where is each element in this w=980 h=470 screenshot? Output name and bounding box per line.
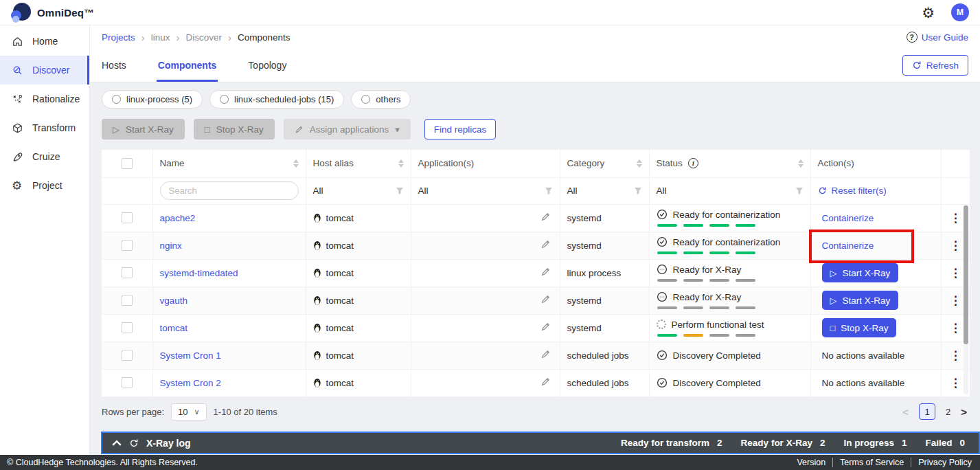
sort-icon[interactable] (293, 159, 299, 168)
edit-applications-icon[interactable] (540, 379, 551, 389)
chip-others[interactable]: others (351, 90, 411, 109)
status-progress (657, 279, 804, 282)
name-search-input[interactable] (160, 181, 299, 200)
prev-page-button[interactable]: < (902, 406, 909, 418)
breadcrumb-linux[interactable]: linux (151, 32, 170, 43)
sidebar-item-discover[interactable]: Discover (0, 56, 89, 85)
component-name-link[interactable]: nginx (160, 240, 182, 251)
table-row: System Cron 2 tomcat scheduled jobs Disc… (102, 369, 970, 396)
row-menu-icon[interactable]: ⋮ (948, 348, 964, 363)
row-menu-icon[interactable]: ⋮ (948, 211, 964, 225)
stat-ready-for-transform[interactable]: Ready for transform2 (621, 438, 722, 448)
footer-link-privacy[interactable]: Privacy Policy (911, 458, 973, 467)
app-title: OmniDeq™ (37, 7, 94, 19)
play-icon: ▷ (113, 125, 119, 134)
stop-xray-row-button[interactable]: □Stop X-Ray (822, 318, 897, 337)
row-checkbox[interactable] (122, 350, 133, 361)
stat-ready-for-xray[interactable]: Ready for X-Ray2 (741, 438, 825, 448)
sort-icon[interactable] (398, 159, 404, 168)
next-page-button[interactable]: > (961, 406, 967, 418)
sidebar-item-home[interactable]: Home (0, 27, 89, 56)
row-checkbox[interactable] (122, 240, 133, 251)
stat-count: 1 (902, 438, 907, 448)
sort-icon[interactable] (798, 159, 804, 168)
row-checkbox[interactable] (122, 212, 133, 223)
user-avatar[interactable]: M (951, 3, 969, 21)
status-info-icon[interactable]: i (688, 158, 698, 168)
page-2-button[interactable]: 2 (946, 407, 950, 417)
row-checkbox[interactable] (122, 267, 133, 278)
stat-in-progress[interactable]: In progress1 (843, 438, 907, 448)
rows-per-page-select[interactable]: 10 ∨ (171, 403, 207, 421)
category-filter-value[interactable]: All (567, 186, 578, 196)
column-header-host-alias[interactable]: Host alias (313, 158, 354, 168)
tab-topology[interactable]: Topology (248, 49, 286, 82)
sidebar-item-transform[interactable]: Transform (0, 113, 89, 142)
stop-xray-button[interactable]: □ Stop X-Ray (194, 119, 275, 139)
select-all-checkbox[interactable] (122, 158, 133, 169)
user-guide-link[interactable]: ? User Guide (907, 32, 968, 43)
sidebar-item-project[interactable]: ⚙ Project (0, 171, 89, 200)
component-name-link[interactable]: apache2 (160, 213, 196, 223)
footer-link-version[interactable]: Version (790, 458, 832, 467)
reset-filters-link[interactable]: Reset filter(s) (818, 186, 934, 196)
row-menu-icon[interactable]: ⋮ (948, 293, 964, 308)
row-checkbox[interactable] (122, 295, 133, 306)
tab-components[interactable]: Components (158, 49, 217, 82)
row-menu-icon[interactable]: ⋮ (948, 266, 964, 280)
xray-refresh-icon[interactable] (129, 438, 139, 448)
edit-applications-icon[interactable] (540, 351, 551, 361)
host-alias-filter-value[interactable]: All (313, 186, 323, 196)
scrollbar-thumb[interactable] (964, 205, 968, 344)
row-menu-icon[interactable]: ⋮ (948, 376, 964, 390)
applications-filter-value[interactable]: All (418, 186, 429, 196)
component-name-link[interactable]: System Cron 2 (160, 378, 221, 388)
column-header-status[interactable]: Status (657, 158, 683, 168)
column-header-name[interactable]: Name (160, 158, 185, 168)
containerize-link[interactable]: Containerize (822, 213, 874, 223)
assign-applications-button[interactable]: Assign applications ▾ (284, 119, 411, 139)
settings-gear-icon[interactable]: ⚙ (922, 5, 935, 20)
filter-funnel-icon[interactable] (545, 187, 553, 195)
status-filter-value[interactable]: All (657, 186, 667, 196)
sidebar-item-cruize[interactable]: Cruize (0, 142, 89, 171)
play-icon: ▷ (830, 269, 837, 278)
breadcrumb-projects[interactable]: Projects (102, 32, 135, 43)
edit-applications-icon[interactable] (540, 324, 551, 334)
chip-linux-process[interactable]: linux-process (5) (102, 90, 203, 109)
find-replicas-button[interactable]: Find replicas (424, 119, 497, 139)
filter-funnel-icon[interactable] (795, 187, 804, 195)
table-scrollbar[interactable] (964, 205, 968, 394)
edit-applications-icon[interactable] (540, 269, 551, 279)
start-xray-row-button[interactable]: ▷Start X-Ray (822, 263, 899, 282)
xray-log-bar[interactable]: X-Ray log Ready for transform2 Ready for… (101, 432, 980, 454)
tab-hosts[interactable]: Hosts (102, 49, 126, 82)
breadcrumb-discover[interactable]: Discover (186, 32, 223, 43)
sidebar-item-rationalize[interactable]: Rationalize (0, 85, 89, 113)
component-name-link[interactable]: systemd-timedated (160, 268, 238, 278)
stat-failed[interactable]: Failed0 (925, 438, 965, 448)
chip-linux-scheduled-jobs[interactable]: linux-scheduled-jobs (15) (209, 90, 344, 109)
edit-applications-icon[interactable] (540, 296, 551, 306)
row-checkbox[interactable] (122, 377, 133, 388)
chevron-up-icon[interactable] (112, 438, 122, 448)
edit-applications-icon[interactable] (540, 241, 551, 251)
filter-funnel-icon[interactable] (634, 187, 642, 195)
page-1-button[interactable]: 1 (919, 403, 935, 420)
footer-link-terms[interactable]: Terms of Service (832, 458, 911, 467)
column-header-category[interactable]: Category (567, 158, 605, 168)
refresh-button[interactable]: Refresh (902, 55, 968, 76)
start-xray-row-button[interactable]: ▷Start X-Ray (822, 291, 899, 310)
component-name-link[interactable]: vgauth (160, 295, 188, 306)
row-menu-icon[interactable]: ⋮ (948, 321, 964, 335)
start-xray-button[interactable]: ▷ Start X-Ray (102, 119, 185, 139)
component-name-link[interactable]: tomcat (160, 323, 188, 333)
row-checkbox[interactable] (122, 322, 133, 333)
filter-funnel-icon[interactable] (396, 187, 404, 195)
containerize-link[interactable]: Containerize (822, 240, 874, 251)
row-menu-icon[interactable]: ⋮ (948, 238, 964, 253)
host-alias-value: tomcat (326, 240, 354, 251)
edit-applications-icon[interactable] (540, 214, 551, 224)
component-name-link[interactable]: System Cron 1 (160, 350, 221, 361)
sort-icon[interactable] (637, 159, 642, 168)
